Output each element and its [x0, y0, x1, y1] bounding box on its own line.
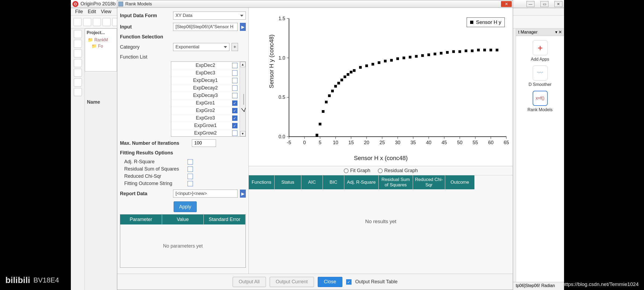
option-checkbox[interactable] [188, 174, 193, 179]
line-tool-icon[interactable] [74, 78, 82, 86]
max-iterations-input[interactable] [192, 139, 216, 147]
pan-tool-icon[interactable] [74, 49, 82, 57]
report-data-browse-button[interactable]: ▶ [240, 190, 246, 198]
minimize-button[interactable]: — [526, 1, 535, 7]
close-button[interactable]: Close [318, 277, 342, 287]
scroll-up-icon[interactable]: ▲ [240, 62, 246, 67]
new-folder-icon[interactable] [83, 18, 91, 26]
rect-tool-icon[interactable] [74, 88, 82, 96]
smoother-app-tile[interactable]: 〰 D Smoother [527, 66, 554, 87]
results-table: FunctionsStatusAICBICAdj. R-SquareResidu… [249, 175, 513, 254]
function-item-expgrow1[interactable]: ExpGrow1 [171, 122, 240, 129]
function-checkbox[interactable] [232, 63, 237, 68]
svg-rect-57 [384, 60, 387, 62]
fit-graph-radio[interactable]: Fit Graph [344, 168, 370, 173]
svg-rect-73 [483, 49, 486, 51]
window-close-button[interactable]: ✕ [554, 1, 562, 7]
add-apps-tile[interactable]: ＋ Add Apps [527, 40, 554, 62]
svg-text:50: 50 [457, 140, 462, 145]
svg-rect-62 [415, 55, 418, 58]
text-tool-icon[interactable] [74, 59, 82, 67]
save-icon[interactable] [103, 18, 111, 26]
output-result-checkbox[interactable]: ✓ [346, 279, 352, 285]
param-header-stderr: Standard Error [204, 215, 246, 224]
report-data-field[interactable]: [<input>]<new> [173, 190, 238, 198]
option-checkbox[interactable] [188, 159, 193, 165]
svg-rect-49 [343, 75, 346, 78]
svg-text:0: 0 [303, 140, 306, 145]
function-checkbox[interactable] [232, 108, 237, 113]
arrow-tool-icon[interactable] [74, 69, 82, 77]
function-item-expgro1[interactable]: ExpGro1 [171, 99, 240, 107]
svg-text:55: 55 [473, 140, 478, 145]
function-item-expgrow2[interactable]: ExpGrow2 [171, 129, 240, 136]
function-checkbox[interactable] [232, 100, 237, 106]
menu-edit[interactable]: Edit [88, 9, 96, 15]
svg-rect-71 [471, 49, 474, 52]
rank-models-icon: x=f() [536, 96, 544, 101]
output-current-button[interactable]: Output Current [270, 277, 314, 287]
new-project-icon[interactable] [74, 18, 82, 26]
output-result-label: Output Result Table [355, 279, 398, 285]
menu-file[interactable]: File [75, 9, 83, 15]
maximize-button[interactable]: ▭ [540, 1, 548, 7]
input-browse-button[interactable]: ▶ [240, 23, 246, 31]
svg-rect-74 [489, 49, 492, 51]
svg-rect-59 [396, 57, 399, 60]
function-item-expdec2[interactable]: ExpDec2 [171, 62, 240, 69]
scroll-down-icon[interactable]: ▼ [240, 131, 246, 136]
function-checkbox[interactable] [232, 78, 237, 83]
svg-rect-65 [434, 53, 436, 55]
function-item-expdecay2[interactable]: ExpDecay2 [171, 84, 240, 92]
dialog-title: Rank Models [125, 1, 152, 7]
chevron-down-icon [224, 46, 227, 48]
option-checkbox[interactable] [188, 181, 193, 186]
input-data-form-combo[interactable]: XY Data [173, 12, 246, 20]
option-checkbox[interactable] [188, 166, 193, 172]
function-list-scrollbar[interactable]: ▲ ▼ [240, 62, 246, 136]
svg-rect-52 [353, 69, 356, 72]
menu-view[interactable]: View [101, 9, 111, 15]
function-checkbox[interactable] [232, 85, 237, 91]
rank-models-app-tile[interactable]: x=f() Rank Models [527, 91, 554, 112]
function-checkbox[interactable] [232, 93, 237, 98]
project-root[interactable]: 📁 RankM [87, 37, 115, 43]
open-icon[interactable] [93, 18, 101, 26]
function-list[interactable]: ExpDec2ExpDec3ExpDecay1ExpDecay2ExpDecay… [171, 61, 246, 137]
function-item-expgro3[interactable]: ExpGro3 [171, 114, 240, 122]
function-checkbox[interactable] [232, 123, 237, 128]
project-folder[interactable]: 📁 Fo [90, 43, 115, 49]
function-checkbox[interactable] [232, 130, 237, 136]
function-item-expdecay1[interactable]: ExpDecay1 [171, 77, 240, 84]
svg-rect-41 [319, 123, 321, 125]
svg-text:60: 60 [488, 140, 493, 145]
param-placeholder: No parameters yet [120, 224, 246, 267]
category-combo[interactable]: Exponential [173, 43, 229, 51]
project-header: Project... [87, 30, 115, 35]
input-field[interactable]: [Step06]Step06!(A"Sensor H [173, 23, 238, 31]
object-manager-header: t Manager▾ ✕ [516, 28, 564, 36]
plus-icon: ＋ [536, 43, 544, 53]
function-item-expdecay3[interactable]: ExpDecay3 [171, 92, 240, 99]
svg-rect-56 [378, 61, 380, 64]
function-item-expdec3[interactable]: ExpDec3 [171, 69, 240, 77]
project-explorer[interactable]: Project... 📁 RankM 📁 Fo [85, 28, 117, 71]
csdn-watermark: https://blog.csdn.net/Temmie1024 [562, 281, 639, 287]
function-item-expgro2[interactable]: ExpGro2 [171, 107, 240, 114]
function-checkbox[interactable] [232, 115, 237, 121]
apply-button[interactable]: Apply [174, 201, 197, 212]
category-add-button[interactable]: + [232, 43, 238, 51]
output-all-button[interactable]: Output All [233, 277, 266, 287]
function-checkbox[interactable] [232, 70, 237, 76]
dialog-close-button[interactable]: ✕ [501, 1, 512, 7]
svg-text:0.5: 0.5 [279, 95, 285, 100]
svg-rect-70 [465, 49, 467, 52]
svg-text:30: 30 [395, 140, 400, 145]
zoom-tool-icon[interactable] [74, 40, 82, 48]
preview-chart: Sensor H y Sensor H y (conc48) -50510152… [249, 8, 513, 166]
residual-graph-radio[interactable]: Residual Graph [378, 168, 418, 173]
pointer-tool-icon[interactable] [74, 30, 82, 38]
svg-rect-69 [458, 50, 461, 53]
option-label: Adj. R-Square [120, 159, 184, 165]
svg-text:5: 5 [319, 140, 321, 145]
